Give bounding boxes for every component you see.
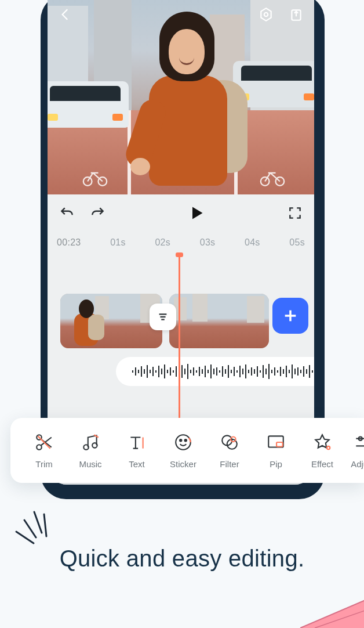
tool-filter[interactable]: Filter: [206, 432, 253, 469]
fullscreen-icon: [287, 205, 303, 221]
video-clip[interactable]: [60, 294, 162, 348]
music-icon: [81, 432, 100, 452]
redo-icon: [90, 205, 105, 221]
back-button[interactable]: [56, 5, 75, 24]
scissors-icon: [34, 432, 54, 452]
add-clip-button[interactable]: [272, 298, 308, 334]
tool-effect[interactable]: Effect: [299, 432, 345, 469]
settings-button[interactable]: [256, 5, 276, 24]
svg-point-13: [37, 445, 42, 450]
audio-track[interactable]: [116, 357, 314, 386]
preview-subject: [126, 12, 242, 194]
playhead[interactable]: [179, 254, 180, 428]
sliders-icon: [353, 432, 364, 452]
tool-label: Sticker: [170, 459, 196, 469]
tool-trim[interactable]: Trim: [21, 432, 67, 469]
decorative-corner: [294, 558, 364, 628]
audio-waveform: [132, 363, 314, 380]
export-button[interactable]: [286, 5, 306, 24]
filter-icon: [220, 432, 239, 452]
timeline-ruler[interactable]: 00:23 01s 02s 03s 04s 05s: [48, 232, 314, 254]
tool-label: Effect: [311, 459, 333, 469]
tool-text[interactable]: Text: [114, 432, 160, 469]
tool-label: Filter: [220, 459, 239, 469]
svg-point-0: [83, 177, 92, 186]
svg-line-36: [44, 514, 46, 536]
tool-label: Trim: [35, 459, 52, 469]
svg-line-35: [34, 512, 42, 533]
transition-icon: [156, 311, 169, 323]
tool-pip[interactable]: Pip: [253, 432, 299, 469]
export-icon: [289, 7, 304, 22]
svg-point-22: [176, 435, 191, 450]
tool-label: Pip: [270, 459, 282, 469]
ruler-mark: 02s: [155, 237, 170, 248]
svg-point-4: [264, 13, 268, 17]
svg-line-17: [38, 436, 50, 448]
tool-adjust[interactable]: Adjust: [345, 432, 364, 469]
svg-line-38: [16, 532, 34, 543]
play-icon: [188, 205, 205, 221]
undo-icon: [59, 205, 74, 221]
preview-background: [48, 0, 314, 194]
tool-label: Music: [79, 459, 101, 469]
playback-controls: [48, 194, 314, 232]
tool-music[interactable]: Music: [67, 432, 114, 469]
ruler-mark: 03s: [200, 237, 216, 248]
play-button[interactable]: [188, 204, 205, 222]
hex-settings-icon: [259, 7, 274, 22]
preview-car: [48, 81, 129, 128]
text-icon: [127, 432, 147, 452]
transition-button[interactable]: [150, 304, 176, 330]
svg-point-23: [180, 439, 181, 441]
fullscreen-button[interactable]: [286, 204, 304, 222]
chevron-left-icon: [58, 7, 73, 22]
current-time: 00:23: [57, 237, 81, 248]
clip-track[interactable]: [60, 293, 308, 349]
svg-line-37: [24, 520, 36, 537]
star-icon: [312, 432, 332, 452]
bike-lane-icon: [260, 169, 285, 187]
pip-icon: [266, 432, 286, 452]
bike-lane-icon: [82, 169, 108, 187]
tool-sticker[interactable]: Sticker: [160, 432, 206, 469]
ruler-mark: 01s: [110, 237, 126, 248]
svg-point-30: [327, 446, 330, 449]
app-screen: 00:23 01s 02s 03s 04s 05s: [48, 0, 314, 485]
tool-strip[interactable]: Trim Music Text Sticker Filter Pip Eff: [10, 418, 364, 483]
tool-label: Adjust: [351, 459, 364, 469]
svg-rect-29: [276, 442, 283, 446]
undo-button[interactable]: [58, 204, 75, 222]
video-clip[interactable]: [169, 294, 269, 348]
tool-label: Text: [129, 459, 145, 469]
ruler-mark: 05s: [289, 237, 305, 248]
ruler-mark: 04s: [245, 237, 260, 248]
redo-button[interactable]: [89, 204, 107, 222]
video-preview[interactable]: [48, 0, 314, 194]
svg-point-24: [185, 439, 187, 441]
plus-icon: [282, 308, 299, 324]
sticker-icon: [173, 432, 193, 452]
